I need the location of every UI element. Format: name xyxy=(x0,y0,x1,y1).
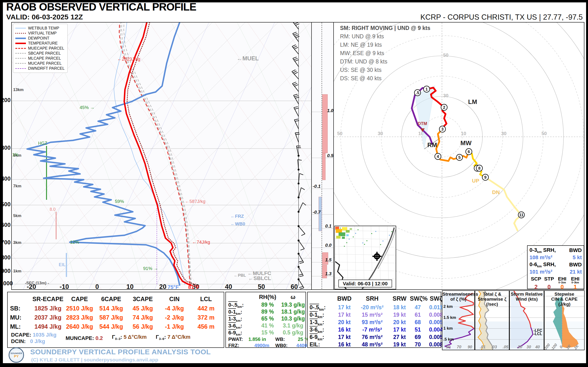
mini-ylabel: .5 km xyxy=(443,337,454,342)
height-marker-label: 1 xyxy=(425,87,428,92)
srh-header: STP xyxy=(543,276,556,284)
omega-value: -0.7 xyxy=(313,210,321,215)
hodo-label-dn: DN xyxy=(492,189,500,195)
thermo-value: 587 J/kg xyxy=(95,313,127,322)
temperature-line-sample xyxy=(15,43,26,44)
wetbulb-line-sample xyxy=(15,28,26,28)
thermo-value: -4 J/kg xyxy=(158,304,190,313)
shear-value: 27 kt xyxy=(389,334,410,341)
srh-value: 0 xyxy=(556,284,569,290)
wind-barb-tick xyxy=(303,203,306,205)
pressure-tick-label: 500 xyxy=(0,201,10,208)
height-marker-label: 2 xyxy=(443,105,445,110)
storm-motion-line-text: MW: ESE @ 9 kts xyxy=(340,49,430,58)
wind-barb xyxy=(299,241,304,249)
wind-barb-column xyxy=(292,23,306,289)
radar-speckle xyxy=(353,236,354,237)
footer-title: SOUNDERPY VERTICAL PROFILE ANALYSIS TOOL xyxy=(30,348,211,356)
dry-adiabat xyxy=(182,23,311,289)
skewt-annotation: ←SBLCL xyxy=(248,275,271,282)
shear-value: 20 kt xyxy=(334,319,355,326)
shear-value: 19 kt xyxy=(389,311,410,319)
shear-value: 51 xyxy=(410,326,426,334)
dcape-block: DCAPE: 1035 J/kg DCIN: 0 J/kg xyxy=(11,332,57,344)
hodo-label-lm: LM xyxy=(468,98,477,105)
mini-panel-3: Storm RelativeWind (kts)-LFC-LCL203040 xyxy=(509,290,544,350)
barb-station-dot xyxy=(298,211,300,213)
lapse-rate-0-3: Γ0–3: 5 Δ°C/km xyxy=(112,334,147,342)
thermo-header: CAPE xyxy=(64,294,95,304)
wind-barb-tick xyxy=(296,146,301,146)
downdraft-line-sample xyxy=(15,68,26,69)
thermo-value: 442 m xyxy=(190,304,222,313)
skewt-annotation: 8.0 xyxy=(50,207,56,212)
mini-xtick: 70 xyxy=(457,345,461,349)
shear-value: 68 xyxy=(410,319,426,326)
pwat-label: PWAT: xyxy=(228,336,248,342)
mini-panel-1: Streamwisenessof ζ (%)2 km1.5 km1 km.5 k… xyxy=(442,290,475,350)
temp-tick-label: 40 xyxy=(221,283,236,291)
height-label: 7km xyxy=(13,184,21,189)
shear-value: 19 kt xyxy=(389,341,410,348)
legend-item: MUCAPE PARCEL xyxy=(15,61,64,66)
barb-station-dot xyxy=(298,240,300,242)
wind-barb-tick xyxy=(294,85,298,86)
rh-value: 19.3 g/kg xyxy=(279,301,307,308)
wind-barb-tick xyxy=(294,107,298,108)
ring-label: 50 xyxy=(443,52,449,58)
wind-barb-tick xyxy=(294,58,298,60)
radar-speckle xyxy=(344,246,345,247)
shear-header: BWD xyxy=(334,294,355,304)
isotherm-line xyxy=(241,23,311,289)
mini-xtick: 90 xyxy=(468,345,472,349)
radar-speckle xyxy=(355,233,356,234)
mini-ylabel: 2 km xyxy=(443,304,453,309)
shear-value: 17 kt xyxy=(334,304,355,311)
mini-xtick: .03 xyxy=(491,345,497,349)
isotherm-line xyxy=(274,23,311,289)
pwat-value: 1.856 in xyxy=(248,336,275,342)
shear-value: -20 m²/s² xyxy=(355,304,389,311)
rh-row-label: 3-6km: xyxy=(228,322,257,329)
srh-box-row: 0-3km SRH,BWD xyxy=(529,247,582,254)
thermo-header: SR-ECAPE xyxy=(32,294,64,304)
barb-station-dot xyxy=(298,278,300,280)
radar-echo xyxy=(339,232,345,236)
shear-row-label: 6-9km: xyxy=(310,334,334,341)
frz-label: FRZ: xyxy=(228,342,248,349)
shear-value: 15 m²/s² xyxy=(355,311,389,319)
shear-value: 17 kt xyxy=(334,311,355,319)
legend-label: SBCAPE PARCEL xyxy=(28,51,61,56)
thermo-value: 514 J/kg xyxy=(95,304,127,313)
thermo-value: 2823 J/kg xyxy=(64,313,95,322)
omega-value: 1.0 xyxy=(327,108,333,113)
muecape-line-sample xyxy=(15,48,26,49)
shear-value: 20 kt xyxy=(389,319,410,326)
thermo-table: SR-ECAPECAPE6CAPE3CAPECINLCLSB:1825 J/kg… xyxy=(7,292,224,348)
wind-barb-tick xyxy=(302,234,305,235)
radar-speckle xyxy=(366,240,367,241)
srh-header: SCP xyxy=(529,276,543,284)
height-marker-label: 4 xyxy=(437,154,439,159)
omega-value: 0.5 xyxy=(327,153,333,158)
thermo-value: -2 J/kg xyxy=(158,313,190,322)
legend-item: DEWPOINT xyxy=(15,36,64,41)
omega-value: -0.1 xyxy=(313,184,321,189)
moist-adiabat xyxy=(237,23,311,289)
legend-label: VIRTUAL TEMP xyxy=(28,31,57,35)
shear-value: 76 m²/s² xyxy=(355,334,389,341)
gray-dash-line-sample xyxy=(15,63,26,64)
storm-motion-line-text: DTM: UND @ 8 kts xyxy=(340,58,430,66)
pressure-tick-label: 600 xyxy=(0,222,10,228)
thermo-value: 456 m xyxy=(190,322,222,331)
shear-value: 93 m²/s² xyxy=(355,319,389,326)
storm-motion-line-text: LM: NE @ 19 kts xyxy=(340,41,430,49)
gray-dash-line-sample xyxy=(15,58,26,59)
thermo-row-label: MU: xyxy=(10,313,32,322)
temp-tick-label: -20 xyxy=(24,283,39,291)
pressure-tick-label: 400 xyxy=(0,175,10,182)
wind-barb-tick xyxy=(298,159,302,160)
omega-bar xyxy=(322,94,328,153)
rh-value: 3.1 g/kg xyxy=(279,322,307,329)
barb-station-dot xyxy=(298,266,300,268)
